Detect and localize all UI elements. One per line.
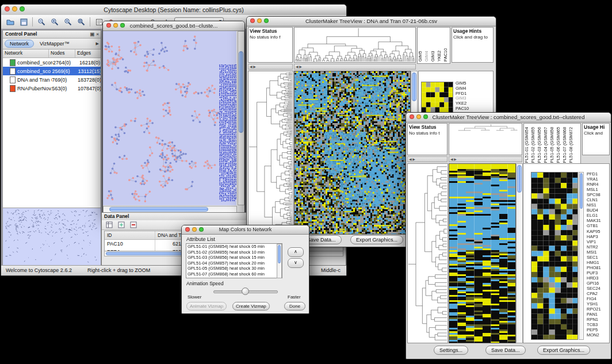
heatmap-panel[interactable] (449, 163, 516, 343)
scrollbar-thumb[interactable] (412, 72, 416, 101)
network-list-item[interactable]: DNA and Tran 07769(0)183728(0) (3, 75, 101, 84)
col-id[interactable]: ID (105, 231, 155, 239)
zoom-button[interactable] (423, 114, 428, 119)
minimize-button[interactable] (113, 23, 118, 28)
zoom-heatmap-canvas[interactable] (531, 172, 578, 340)
scrollbar-thumb[interactable] (109, 207, 208, 212)
network-graph-canvas[interactable] (103, 31, 236, 205)
delete-attribute-icon[interactable] (129, 220, 138, 229)
heatmap-panel[interactable] (294, 71, 411, 235)
network-vertical-scrollbar[interactable] (238, 31, 244, 205)
attribute-list-scrollbar[interactable] (277, 244, 282, 278)
heatmap-horizontal-scrollbar[interactable]: ◀ ▶ (449, 156, 522, 162)
save-data-button[interactable]: Save Data... (485, 346, 526, 355)
birdseye-canvas[interactable] (3, 208, 100, 266)
scroll-left-icon[interactable]: ◀ (250, 65, 253, 68)
save-file-icon[interactable] (19, 17, 28, 26)
heatmap-vertical-scrollbar[interactable] (516, 163, 523, 343)
attribute-list[interactable]: GPL51-01 (GSM854) heat shock 05 minGPL51… (186, 243, 282, 278)
animate-vizmap-button[interactable]: Animate Vizmap (186, 302, 227, 311)
array-dendrogram-canvas[interactable] (294, 28, 415, 62)
heatmap-canvas[interactable] (294, 71, 410, 234)
close-button[interactable] (410, 114, 414, 119)
network-list-item[interactable]: combined_sco2569(6)13112(15) (3, 67, 101, 75)
gene-label: RPO21 (587, 306, 601, 312)
gene-tree-scroll-strip[interactable]: ◀ ▶ (407, 156, 447, 162)
treeview2-titlebar[interactable]: ClusterMaker TreeView : combined_scores_… (406, 113, 611, 122)
heatmap-canvas[interactable] (449, 164, 515, 343)
attribute-list-item[interactable]: GPL51-07 (GSM868) heat shock 60 min (188, 271, 282, 277)
minimize-button[interactable] (192, 227, 197, 232)
zoom-button[interactable] (20, 6, 25, 12)
desktop: Cytoscape Desktop (Session Name: collins… (0, 0, 612, 364)
scrollbar-thumb[interactable] (278, 245, 281, 263)
treeview1-titlebar[interactable]: ClusterMaker TreeView : DNA and Tran 07-… (247, 17, 496, 26)
tab-vizmapper[interactable]: VizMapper™ (35, 40, 74, 47)
birdseye-view[interactable] (3, 208, 101, 267)
col-network[interactable]: Network (3, 49, 49, 58)
export-graphics-button[interactable]: Export Graphics... (537, 346, 590, 355)
gene-dendrogram-canvas[interactable] (248, 71, 293, 234)
settings-button[interactable]: Settings... (434, 346, 468, 355)
close-button[interactable] (185, 227, 190, 232)
close-panel-icon[interactable]: × (96, 30, 99, 38)
gene-tree-scroll-strip[interactable]: ◀ ▶ (248, 64, 293, 70)
float-panel-icon[interactable]: ▣ (90, 30, 95, 38)
attribute-list-item[interactable]: GPL51-02 (GSM855) heat shock 10 min (188, 250, 282, 255)
attribute-list-item[interactable]: GPL51-01 (GSM854) heat shock 05 min (188, 244, 282, 250)
scroll-right-icon[interactable]: ▶ (253, 65, 256, 68)
close-button[interactable] (106, 23, 111, 28)
zoom-heatmap-canvas[interactable] (421, 82, 453, 113)
scroll-left-icon[interactable]: ◀ (450, 158, 453, 161)
zoom-button[interactable] (264, 18, 269, 23)
main-titlebar[interactable]: Cytoscape Desktop (Session Name: collins… (1, 5, 346, 16)
create-vizmap-button[interactable]: Create Vizmap (232, 302, 270, 311)
minimize-button[interactable] (12, 6, 17, 12)
attribute-list-item[interactable]: GPL51-04 (GSM857) heat shock 20 min (188, 260, 282, 266)
close-button[interactable] (5, 6, 10, 12)
zoom-fit-icon[interactable] (76, 17, 86, 26)
zoom-selected-icon[interactable] (63, 17, 72, 26)
move-down-button[interactable]: ∨ (288, 258, 304, 268)
tab-overflow-icon[interactable]: ▶ (96, 41, 99, 46)
zoom-out-icon[interactable] (37, 17, 46, 26)
scrollbar-thumb[interactable] (580, 173, 583, 209)
network-list-item[interactable]: combined_scores2764(0)16218(0) (3, 58, 101, 67)
dialog-titlebar[interactable]: Map Colors to Network (182, 225, 309, 235)
minimize-button[interactable] (257, 18, 262, 23)
gene-tree-panel[interactable] (248, 71, 293, 235)
attribute-list-item[interactable]: GPL51-03 (GSM856) heat shock 15 min (188, 255, 282, 260)
create-attribute-icon[interactable] (117, 220, 126, 229)
select-attributes-icon[interactable] (105, 220, 114, 229)
attribute-list-item[interactable]: GPL51-05 (GSM858) heat shock 30 min (188, 266, 282, 271)
slider-thumb[interactable] (242, 288, 249, 295)
array-tree-panel[interactable] (294, 27, 416, 63)
scroll-left-icon[interactable]: ◀ (409, 158, 412, 161)
zoom-vertical-scrollbar[interactable] (579, 172, 584, 340)
array-tree-panel[interactable] (449, 123, 522, 155)
col-nodes[interactable]: Nodes (49, 49, 75, 58)
tab-network[interactable]: Network (5, 40, 34, 48)
done-button[interactable]: Done (284, 302, 305, 311)
heatmap-horizontal-scrollbar[interactable]: ◀ ▶ (294, 64, 416, 70)
array-dendrogram-canvas[interactable] (449, 124, 522, 155)
open-file-icon[interactable] (6, 17, 15, 26)
scrollbar-thumb[interactable] (239, 51, 243, 133)
scrollbar-thumb[interactable] (517, 165, 522, 193)
network-window-titlebar[interactable]: combined_scores_good.txt--cluste... (103, 21, 244, 31)
scroll-right-icon[interactable]: ▶ (299, 65, 302, 68)
gene-dendrogram-canvas[interactable] (408, 164, 447, 343)
minimize-button[interactable] (416, 114, 421, 119)
zoom-button[interactable] (199, 227, 204, 232)
network-list-item[interactable]: RNAPuberNov2563(0)107847(0) (3, 84, 101, 93)
scroll-right-icon[interactable]: ▶ (454, 158, 457, 161)
scroll-left-icon[interactable]: ◀ (296, 65, 299, 68)
zoom-button[interactable] (120, 23, 125, 28)
scroll-right-icon[interactable]: ▶ (412, 158, 415, 161)
export-graphics-button[interactable]: Export Graphics... (350, 235, 403, 244)
gene-tree-panel[interactable] (407, 163, 448, 343)
col-edges[interactable]: Edges (75, 49, 101, 58)
move-up-button[interactable]: ∧ (288, 247, 304, 257)
close-button[interactable] (250, 18, 255, 23)
zoom-in-icon[interactable] (50, 17, 59, 26)
